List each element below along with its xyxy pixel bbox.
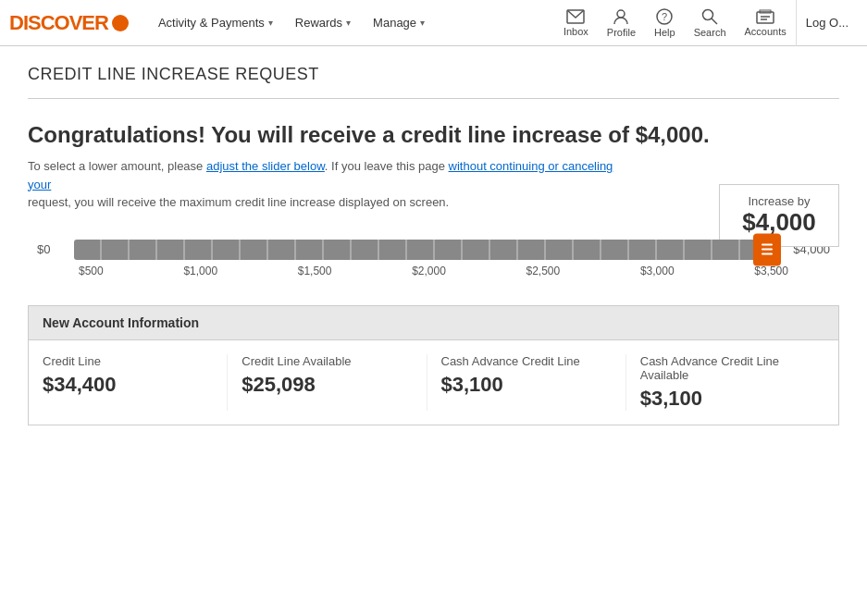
help-icon: ? <box>656 8 673 25</box>
col-value-credit-available: $25,098 <box>242 373 412 397</box>
slider-ticks: $500 $1,000 $1,500 $2,000 $2,500 $3,000 … <box>79 265 788 277</box>
svg-line-5 <box>712 18 717 24</box>
nav-right: Inbox Profile ? Help Search <box>554 0 858 46</box>
slider-thumb-line <box>762 244 773 246</box>
search-button[interactable]: Search <box>685 0 736 46</box>
tick-2500: $2,500 <box>526 265 561 277</box>
accounts-button[interactable]: Accounts <box>736 0 796 46</box>
logo-dot <box>112 15 129 31</box>
tick-1500: $1,500 <box>298 265 332 277</box>
svg-text:?: ? <box>662 11 667 22</box>
col-label-cash-advance: Cash Advance Credit Line <box>441 354 612 368</box>
chevron-down-icon: ▾ <box>268 18 273 28</box>
col-value-credit-line: $34,400 <box>43 373 213 397</box>
slider-container: $0 $4,000 <box>37 240 830 260</box>
nav-rewards[interactable]: Rewards ▾ <box>284 0 362 46</box>
account-col-cash-advance-available: Cash Advance Credit Line Available $3,10… <box>626 354 824 411</box>
col-value-cash-advance-available: $3,100 <box>640 387 811 411</box>
svg-rect-6 <box>757 12 774 23</box>
account-col-credit-available: Credit Line Available $25,098 <box>228 354 427 411</box>
tick-2000: $2,000 <box>412 265 446 277</box>
account-col-cash-advance: Cash Advance Credit Line $3,100 <box>427 354 626 411</box>
profile-icon <box>613 8 629 25</box>
logo-text: DISCOVER <box>9 11 108 35</box>
tick-1000: $1,000 <box>183 265 217 277</box>
logo[interactable]: DISCOVER <box>9 11 129 35</box>
account-col-credit-line: Credit Line $34,400 <box>43 354 228 411</box>
col-label-credit-line: Credit Line <box>43 354 213 368</box>
svg-point-4 <box>703 9 713 19</box>
slider-thumb-line <box>762 253 773 255</box>
congrats-section: Congratulations! You will receive a cred… <box>28 122 839 212</box>
col-label-cash-advance-available: Cash Advance Credit Line Available <box>640 354 811 382</box>
search-icon <box>701 8 718 25</box>
nav-links: Activity & Payments ▾ Rewards ▾ Manage ▾ <box>147 0 554 46</box>
congrats-text: Congratulations! You will receive a cred… <box>28 122 839 148</box>
main-content: CREDIT LINE INCREASE REQUEST Congratulat… <box>0 46 867 444</box>
accounts-icon <box>756 9 774 24</box>
slider-section: Increase by $4,000 $0 $4,000 $500 $1,000… <box>28 240 839 277</box>
tick-3500: $3,500 <box>754 265 788 277</box>
svg-point-1 <box>617 10 625 18</box>
account-info-table: Credit Line $34,400 Credit Line Availabl… <box>29 340 838 425</box>
page-title: CREDIT LINE INCREASE REQUEST <box>28 65 839 99</box>
slider-thumb-line <box>762 249 773 251</box>
logout-button[interactable]: Log O... <box>796 0 858 46</box>
profile-button[interactable]: Profile <box>598 0 645 46</box>
help-button[interactable]: ? Help <box>645 0 685 46</box>
col-label-credit-available: Credit Line Available <box>242 354 412 368</box>
nav-activity-payments[interactable]: Activity & Payments ▾ <box>147 0 284 46</box>
col-value-cash-advance: $3,100 <box>441 373 612 397</box>
sub-text: To select a lower amount, please adjust … <box>28 157 629 212</box>
navbar: DISCOVER Activity & Payments ▾ Rewards ▾… <box>0 0 867 46</box>
inbox-icon <box>566 9 585 24</box>
increase-label: Increase by <box>738 194 820 208</box>
tick-3000: $3,000 <box>640 265 675 277</box>
slider-track[interactable] <box>74 240 779 260</box>
chevron-down-icon: ▾ <box>346 18 351 28</box>
inbox-button[interactable]: Inbox <box>554 0 598 46</box>
slider-thumb-lines <box>762 244 773 255</box>
adjust-slider-link[interactable]: adjust the slider below <box>206 159 325 173</box>
chevron-down-icon: ▾ <box>420 18 425 28</box>
increase-value: $4,000 <box>738 208 820 237</box>
account-info-header: New Account Information <box>29 306 838 340</box>
nav-manage[interactable]: Manage ▾ <box>362 0 436 46</box>
tick-500: $500 <box>79 265 104 277</box>
slider-thumb[interactable] <box>753 233 781 265</box>
account-info-section: New Account Information Credit Line $34,… <box>28 305 839 425</box>
slider-min-label: $0 <box>37 242 60 256</box>
